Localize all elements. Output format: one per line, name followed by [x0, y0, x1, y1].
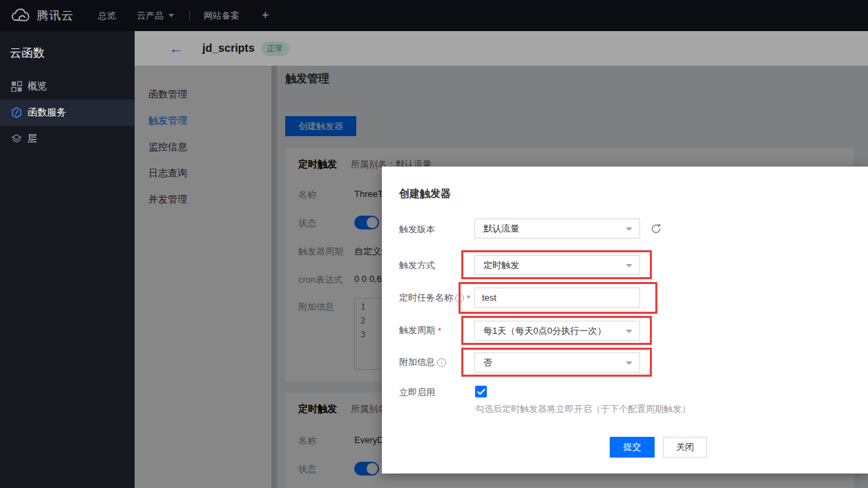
- tencent-cloud-console: 腾讯云 总览 云产品 网站备案 + 云函数 概览: [0, 0, 868, 488]
- sidebar-item-function-service[interactable]: 函数服务: [0, 100, 135, 126]
- sidebar-item-layers[interactable]: 层: [0, 126, 135, 152]
- nav-beian[interactable]: 网站备案: [204, 10, 240, 22]
- close-button[interactable]: 关闭: [663, 437, 707, 458]
- chevron-down-icon: [626, 362, 633, 365]
- trigger-method-select[interactable]: 定时触发: [474, 255, 640, 275]
- left-sidebar: 云函数 概览 函数服务: [0, 31, 135, 488]
- refresh-icon[interactable]: [650, 223, 662, 235]
- enable-checkbox[interactable]: [475, 386, 487, 397]
- grid-icon: [11, 81, 22, 92]
- add-tab-icon[interactable]: +: [262, 8, 269, 23]
- required-marker: *: [438, 326, 441, 336]
- function-service-icon: [11, 107, 22, 118]
- chevron-down-icon: [168, 14, 174, 17]
- top-navbar: 腾讯云 总览 云产品 网站备案 +: [0, 0, 868, 31]
- task-name-input[interactable]: [474, 288, 640, 308]
- submit-button[interactable]: 提交: [610, 437, 655, 458]
- sidebar-item-overview[interactable]: 概览: [0, 73, 135, 100]
- field-label-task-name: 定时任务名称 i *: [399, 292, 470, 304]
- nav-products[interactable]: 云产品: [137, 10, 174, 22]
- nav-divider: [189, 10, 190, 21]
- sidebar-item-label: 层: [28, 133, 37, 145]
- chevron-down-icon: [626, 330, 633, 333]
- sidebar-item-label: 概览: [28, 80, 47, 93]
- modal-backdrop: [135, 31, 868, 66]
- enable-hint: 勾选后定时触发器将立即开启（于下个配置周期触发）: [475, 403, 691, 415]
- chevron-down-icon: [626, 264, 633, 268]
- create-trigger-modal: 创建触发器 触发版本 默认流量 触发方式 定时触发 定时任务名称 i * 触发周…: [382, 167, 868, 473]
- brand-logo[interactable]: 腾讯云: [10, 8, 74, 24]
- info-icon[interactable]: i: [437, 358, 446, 367]
- trigger-period-select[interactable]: 每1天（每天0点0分执行一次）: [474, 321, 640, 341]
- layers-icon: [11, 133, 22, 144]
- field-label-enable: 立即启用: [399, 386, 435, 399]
- cloud-logo-icon: [10, 8, 31, 24]
- info-icon[interactable]: i: [455, 294, 464, 303]
- modal-title: 创建触发器: [399, 187, 451, 200]
- sidebar-item-label: 函数服务: [28, 106, 66, 119]
- required-marker: *: [467, 293, 470, 303]
- extra-info-select[interactable]: 否: [474, 353, 640, 373]
- trigger-version-select[interactable]: 默认流量: [474, 218, 640, 238]
- field-label-period: 触发周期 *: [399, 324, 441, 337]
- field-label-method: 触发方式: [399, 259, 435, 272]
- chevron-down-icon: [626, 227, 633, 231]
- field-label-extra-info: 附加信息 i: [399, 356, 446, 368]
- nav-overview[interactable]: 总览: [98, 10, 116, 22]
- field-label-version: 触发版本: [399, 223, 435, 236]
- brand-name: 腾讯云: [37, 8, 74, 24]
- sidebar-title: 云函数: [0, 31, 135, 73]
